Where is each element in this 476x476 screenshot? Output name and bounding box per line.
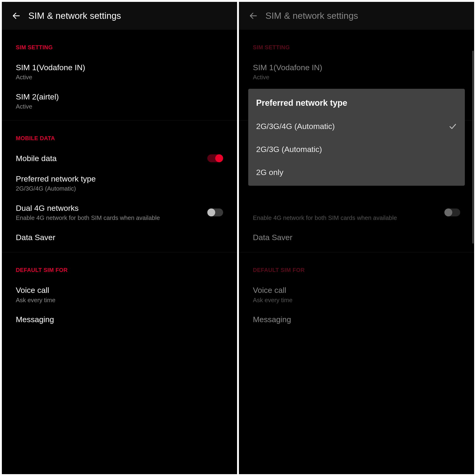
preferred-network-sub: 2G/3G/4G (Automatic) — [16, 185, 223, 193]
voice-call-title: Voice call — [16, 285, 223, 295]
back-icon[interactable] — [11, 11, 21, 21]
voice-call-title: Voice call — [253, 285, 460, 295]
sim1-item[interactable]: SIM 1(Vodafone IN) Active — [2, 57, 237, 86]
sim2-status: Active — [16, 103, 223, 111]
page-title: SIM & network settings — [265, 11, 358, 21]
content: SIM SETTING SIM 1(Vodafone IN) Active SI… — [2, 30, 237, 330]
sim1-title: SIM 1(Vodafone IN) — [253, 62, 460, 72]
check-icon — [449, 122, 457, 131]
data-saver-label: Data Saver — [16, 232, 223, 242]
back-icon[interactable] — [248, 11, 258, 21]
scrollbar[interactable] — [472, 51, 474, 244]
dual-4g-sub: Enable 4G network for both SIM cards whe… — [16, 214, 203, 222]
messaging-label: Messaging — [16, 314, 223, 324]
dual-4g-title: Dual 4G networks — [16, 203, 203, 213]
voice-call-item[interactable]: Voice call Ask every time — [2, 280, 237, 309]
dialog-option-label: 2G/3G (Automatic) — [256, 145, 322, 154]
data-saver-item: Data Saver — [239, 227, 474, 248]
voice-call-item: Voice call Ask every time — [239, 280, 474, 309]
preferred-network-item[interactable]: Preferred network type 2G/3G/4G (Automat… — [2, 169, 237, 198]
section-header-sim: SIM SETTING — [2, 30, 237, 57]
data-saver-item[interactable]: Data Saver — [2, 227, 237, 248]
dialog-option-2g3g4g[interactable]: 2G/3G/4G (Automatic) — [248, 115, 465, 138]
sim1-status: Active — [16, 73, 223, 81]
dialog-option-label: 2G only — [256, 168, 283, 177]
sim1-title: SIM 1(Vodafone IN) — [16, 62, 223, 72]
dual-4g-item: Dual 4G networks Enable 4G network for b… — [239, 198, 474, 227]
messaging-item: Messaging — [239, 309, 474, 330]
settings-screen-left: SIM & network settings SIM SETTING SIM 1… — [2, 2, 237, 474]
section-header-default-sim: DEFAULT SIM FOR — [239, 252, 474, 280]
dialog-option-label: 2G/3G/4G (Automatic) — [256, 122, 335, 131]
voice-call-sub: Ask every time — [253, 296, 460, 304]
dialog-title: Preferred network type — [248, 89, 465, 115]
voice-call-sub: Ask every time — [16, 296, 223, 304]
messaging-label: Messaging — [253, 314, 460, 324]
mobile-data-toggle[interactable] — [207, 154, 223, 162]
dual-4g-item[interactable]: Dual 4G networks Enable 4G network for b… — [2, 198, 237, 227]
section-header-sim: SIM SETTING — [239, 30, 474, 57]
dual-4g-toggle — [444, 208, 460, 216]
mobile-data-label: Mobile data — [16, 153, 203, 163]
dual-4g-sub: Enable 4G network for both SIM cards whe… — [253, 214, 440, 222]
messaging-item[interactable]: Messaging — [2, 309, 237, 330]
sim1-item: SIM 1(Vodafone IN) Active — [239, 57, 474, 86]
dual-4g-toggle[interactable] — [207, 208, 223, 216]
page-title: SIM & network settings — [28, 11, 121, 21]
dialog-option-2g3g[interactable]: 2G/3G (Automatic) — [248, 138, 465, 161]
settings-screen-right: SIM & network settings SIM SETTING SIM 1… — [239, 2, 474, 474]
data-saver-label: Data Saver — [253, 232, 460, 242]
preferred-network-dialog: Preferred network type 2G/3G/4G (Automat… — [248, 89, 465, 186]
preferred-network-title: Preferred network type — [16, 174, 223, 184]
dialog-option-2gonly[interactable]: 2G only — [248, 161, 465, 184]
section-header-default-sim: DEFAULT SIM FOR — [2, 252, 237, 280]
app-bar: SIM & network settings — [239, 2, 474, 30]
sim2-title: SIM 2(airtel) — [16, 92, 223, 102]
mobile-data-item[interactable]: Mobile data — [2, 148, 237, 169]
app-bar: SIM & network settings — [2, 2, 237, 30]
sim1-status: Active — [253, 73, 460, 81]
section-header-mobile-data: MOBILE DATA — [2, 121, 237, 148]
sim2-item[interactable]: SIM 2(airtel) Active — [2, 86, 237, 116]
